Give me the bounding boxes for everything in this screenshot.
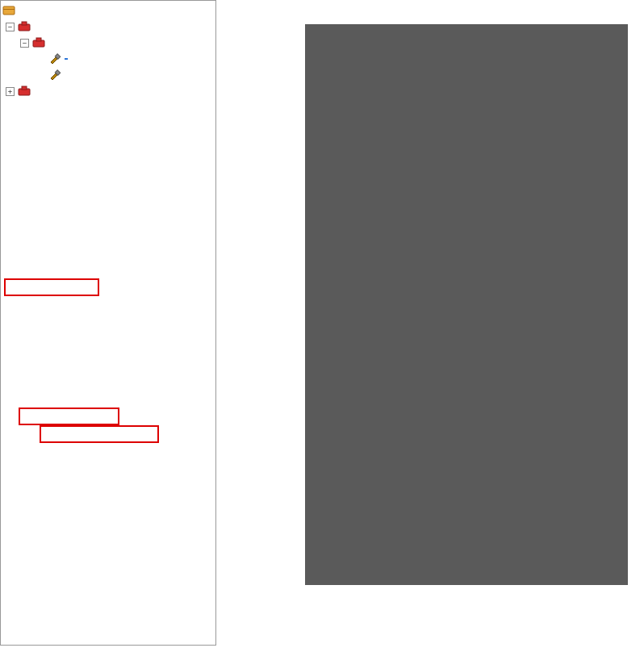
expand-icon[interactable]: + [6,87,15,96]
arctoolbox-root-icon [2,4,15,17]
tree-node-to-cad[interactable]: − [1,35,215,51]
tool-features-to-cad[interactable] [1,67,215,83]
tool-label [65,74,68,76]
tree-node[interactable]: + [1,83,215,99]
tree-root[interactable] [1,2,215,19]
toolset-icon [32,36,45,49]
collapse-icon[interactable]: − [20,39,29,48]
tool-add-cad-fields[interactable] [1,51,215,67]
conversion-label [34,26,37,27]
map-view-panel [216,0,644,652]
arctoolbox-tree-panel[interactable]: − − [0,0,216,646]
collapse-icon[interactable]: − [6,23,15,31]
svg-rect-5 [36,38,41,41]
svg-rect-1 [3,9,15,10]
svg-rect-9 [22,86,27,90]
tool-label-selected [65,58,68,60]
contour-map [305,24,628,585]
to-cad-label [48,42,52,44]
svg-rect-3 [22,22,27,25]
toolbox-icon [18,85,31,98]
hammer-icon [48,69,61,82]
toolbox-icon [18,20,31,33]
svg-rect-0 [3,6,15,15]
toolbox-label [34,90,37,92]
hammer-icon [48,52,61,65]
tree-node-conversion[interactable]: − [1,19,215,35]
root-label [19,10,22,11]
